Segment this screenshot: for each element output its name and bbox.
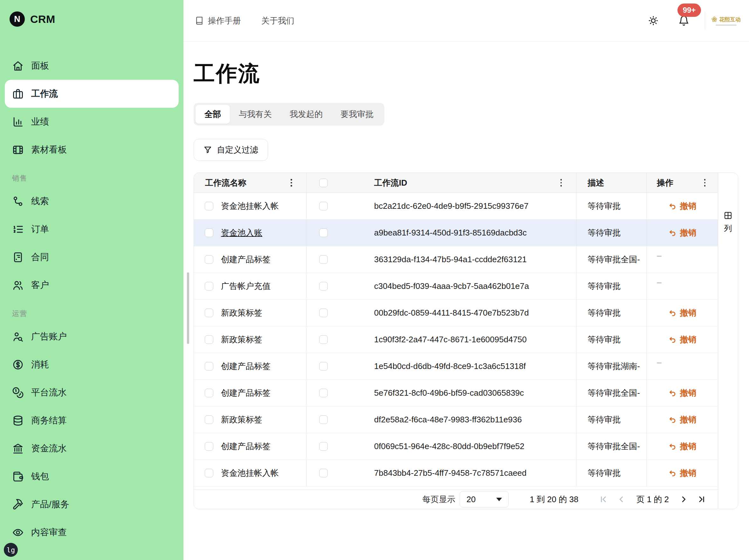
tab-与我有关[interactable]: 与我有关 — [230, 105, 281, 124]
revoke-button[interactable]: 撤销 — [668, 441, 697, 452]
row-checkbox[interactable] — [205, 389, 213, 397]
description-cell: 等待审批 — [577, 193, 647, 219]
sidebar-item-线索[interactable]: 线索 — [5, 187, 179, 215]
row-checkbox[interactable] — [205, 255, 213, 264]
row-checkbox[interactable] — [319, 202, 328, 210]
row-checkbox[interactable] — [205, 308, 213, 317]
sidebar-item-label: 素材看板 — [31, 144, 67, 156]
row-checkbox[interactable] — [319, 255, 328, 264]
column-header-desc: 描述 — [577, 173, 647, 193]
revoke-button[interactable]: 撤销 — [668, 227, 697, 238]
scrollbar-thumb[interactable] — [187, 272, 189, 344]
revoke-button[interactable]: 撤销 — [668, 200, 697, 212]
row-checkbox[interactable] — [205, 362, 213, 371]
ordered-list-icon — [12, 223, 24, 235]
table-row[interactable]: 创建产品标签1e54b0cd-d6db-49fd-8ce9-1c3a6c5131… — [194, 353, 718, 380]
table-row[interactable]: 资金池入账a9bea81f-9314-450d-91f3-85169dacbd3… — [194, 220, 718, 246]
select-all-checkbox[interactable] — [319, 179, 328, 187]
sidebar-item-素材看板[interactable]: 素材看板 — [5, 136, 179, 164]
column-header-name: 工作流名称 — [194, 173, 306, 193]
sidebar-item-平台流水[interactable]: 平台流水 — [5, 379, 179, 407]
table-row[interactable]: 新政策标签df2e58a2-f6ca-48e7-9983-ff362b11e93… — [194, 407, 718, 433]
chevron-right-icon[interactable] — [679, 495, 689, 504]
sidebar-item-合同[interactable]: 合同 — [5, 243, 179, 271]
workflow-name-link[interactable]: 创建产品标签 — [221, 441, 271, 452]
workflow-name-cell: 创建产品标签 — [194, 246, 306, 273]
sidebar-item-订单[interactable]: 订单 — [5, 215, 179, 243]
row-checkbox[interactable] — [319, 442, 328, 451]
row-checkbox[interactable] — [319, 308, 328, 317]
kebab-icon[interactable] — [559, 178, 563, 188]
theme-sun-icon[interactable] — [648, 15, 659, 26]
description-cell: 等待审批 — [577, 460, 647, 486]
user-avatar[interactable]: lg — [4, 543, 18, 557]
table-row[interactable]: 创建产品标签0f069c51-964e-428c-80dd-0b9ebf7f9e… — [194, 433, 718, 460]
table-row[interactable]: 资金池挂帐入帐bc2a21dc-62e0-4de9-b9f5-2915c9937… — [194, 193, 718, 220]
sidebar-item-内容审查[interactable]: 内容审查 — [5, 518, 179, 546]
sidebar-item-资金流水[interactable]: 资金流水 — [5, 434, 179, 462]
sidebar-item-客户[interactable]: 客户 — [5, 271, 179, 299]
row-checkbox[interactable] — [319, 469, 328, 477]
chevron-left-icon[interactable] — [616, 495, 626, 504]
row-checkbox[interactable] — [205, 282, 213, 290]
custom-filter-button[interactable]: 自定义过滤 — [194, 139, 268, 161]
workflow-name-link[interactable]: 广告帐户充值 — [221, 281, 271, 292]
sidebar-item-广告账户[interactable]: 广告账户 — [5, 323, 179, 350]
row-checkbox[interactable] — [205, 469, 213, 477]
workflow-name-link[interactable]: 创建产品标签 — [221, 361, 271, 372]
row-checkbox[interactable] — [205, 202, 213, 210]
sidebar-item-业绩[interactable]: 业绩 — [5, 108, 179, 136]
revoke-button[interactable]: 撤销 — [668, 468, 697, 479]
revoke-button[interactable]: 撤销 — [668, 334, 697, 345]
row-checkbox[interactable] — [205, 229, 213, 237]
row-checkbox[interactable] — [205, 335, 213, 344]
table-row[interactable]: 广告帐户充值c304bed5-f039-4aaa-9cb7-5aa462b01e… — [194, 273, 718, 300]
workflow-name-link[interactable]: 新政策标签 — [221, 307, 262, 319]
row-checkbox[interactable] — [319, 362, 328, 371]
workflow-name-link[interactable]: 资金池入账 — [221, 227, 262, 238]
kebab-icon[interactable] — [289, 178, 294, 188]
row-checkbox[interactable] — [319, 415, 328, 424]
row-checkbox[interactable] — [205, 442, 213, 451]
workflow-id-cell: 1e54b0cd-d6db-49fd-8ce9-1c3a6c51318f — [306, 353, 577, 380]
sidebar-item-产品/服务[interactable]: 产品/服务 — [5, 490, 179, 518]
kebab-icon[interactable] — [703, 178, 707, 188]
chevron-last-icon[interactable] — [697, 495, 706, 504]
revoke-button[interactable]: 撤销 — [668, 387, 697, 399]
workflow-id-text: a9bea81f-9314-450d-91f3-85169dacbd3c — [374, 228, 527, 238]
manual-link[interactable]: 操作手册 — [195, 15, 241, 26]
row-checkbox[interactable] — [319, 335, 328, 344]
brand[interactable]: N CRM — [0, 0, 184, 27]
tab-要我审批[interactable]: 要我审批 — [331, 105, 382, 124]
row-checkbox[interactable] — [319, 389, 328, 397]
column-settings-button[interactable]: 列 — [718, 173, 738, 509]
table-row[interactable]: 创建产品标签363129da-f134-47b5-94a1-ccdde2f631… — [194, 246, 718, 273]
table-row[interactable]: 新政策标签1c90f3f2-2a47-447c-8671-1e60095d475… — [194, 326, 718, 353]
revoke-button[interactable]: 撤销 — [668, 307, 697, 319]
workflow-name-link[interactable]: 创建产品标签 — [221, 387, 271, 399]
notifications-button[interactable]: 99+ — [679, 15, 689, 26]
workflow-name-link[interactable]: 资金池挂帐入帐 — [221, 468, 279, 479]
workflow-name-link[interactable]: 新政策标签 — [221, 334, 262, 345]
sidebar-item-商务结算[interactable]: 商务结算 — [5, 407, 179, 434]
row-checkbox[interactable] — [319, 282, 328, 290]
chevron-first-icon[interactable] — [599, 495, 608, 504]
sidebar-item-面板[interactable]: 面板 — [5, 52, 179, 80]
sidebar-item-钱包[interactable]: 钱包 — [5, 462, 179, 490]
sidebar-item-工作流[interactable]: 工作流 — [5, 80, 179, 108]
revoke-button[interactable]: 撤销 — [668, 414, 697, 425]
workflow-name-link[interactable]: 创建产品标签 — [221, 254, 271, 265]
tab-我发起的[interactable]: 我发起的 — [281, 105, 331, 124]
table-row[interactable]: 创建产品标签5e76f321-8cf0-49b6-bf59-cad0306583… — [194, 380, 718, 407]
table-row[interactable]: 资金池挂帐入帐7b843bb4-27b5-4ff7-9458-7c78571ca… — [194, 460, 718, 487]
tab-全部[interactable]: 全部 — [195, 105, 230, 124]
about-link[interactable]: 关于我们 — [261, 15, 294, 26]
workflow-name-link[interactable]: 资金池挂帐入帐 — [221, 200, 279, 212]
table-row[interactable]: 新政策标签00b29fdc-0859-4411-8415-470e7b523b7… — [194, 300, 718, 326]
workflow-name-link[interactable]: 新政策标签 — [221, 414, 262, 425]
row-checkbox[interactable] — [205, 415, 213, 424]
per-page-select[interactable]: 20 — [460, 491, 509, 508]
workflow-id-cell: 00b29fdc-0859-4411-8415-470e7b523b7d — [306, 300, 577, 326]
row-checkbox[interactable] — [319, 229, 328, 237]
sidebar-item-消耗[interactable]: 消耗 — [5, 350, 179, 379]
